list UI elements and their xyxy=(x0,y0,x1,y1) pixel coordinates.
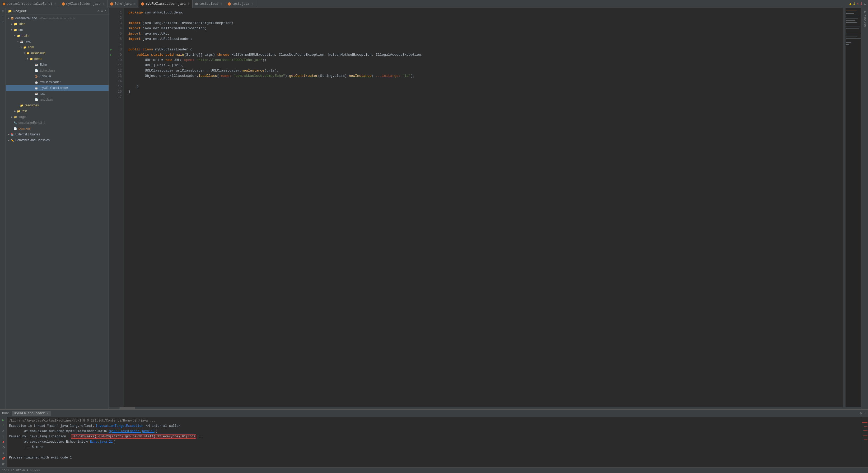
run-tab[interactable]: myURLClassLoader ✕ xyxy=(12,411,51,416)
tree-label-iml: deserialzeEcho.iml xyxy=(19,121,45,125)
tab-myclassloader[interactable]: myClassloader.java ✕ xyxy=(59,0,107,8)
run-console-output[interactable]: /Library/Java/JavaVirtualMachines/jdk1.8… xyxy=(7,417,860,467)
tree-item-target[interactable]: ▶ 📁 target xyxy=(6,114,108,120)
project-toolbar-icon-1[interactable]: ⚙ xyxy=(97,9,99,13)
tree-label-root: deserialzeEcho xyxy=(15,16,37,20)
svg-rect-4 xyxy=(846,20,855,21)
bottom-content: ▶ ↑ ⚙ ↓ ■ ⟲ ≡ 📌 🗑 /Library/Java/JavaVirt… xyxy=(0,417,868,467)
code-editor[interactable]: package com.akkacloud.demo; import java.… xyxy=(124,8,843,407)
status-text: 13:1 LF UTF-8 4 spaces xyxy=(2,469,40,472)
tree-item-test-folder[interactable]: ▶ 📁 test xyxy=(6,108,108,114)
error-mark-5 xyxy=(864,439,867,440)
structure-panel: Structure xyxy=(861,8,868,409)
project-toolbar-icon-3[interactable]: × xyxy=(104,9,106,13)
run-settings-icon[interactable]: ⚙ xyxy=(860,411,862,415)
tree-label-demo: demo xyxy=(34,57,42,61)
run-play-button[interactable]: ▶ xyxy=(1,418,6,422)
tree-item-scratches[interactable]: ▶ ✏️ Scratches and Consoles xyxy=(6,137,108,143)
tab-test-java[interactable]: test.java ✕ xyxy=(225,0,256,8)
tab-myclassloader-close[interactable]: ✕ xyxy=(103,2,104,5)
run-filter-icon[interactable]: ≡ xyxy=(1,451,6,455)
tree-item-idea[interactable]: ▶ 📁 .idea xyxy=(6,21,108,27)
tab-test-java-close[interactable]: ✕ xyxy=(251,2,253,5)
tree-item-resources[interactable]: 📁 resources xyxy=(6,102,108,108)
tab-myclassloader-label: myClassloader.java xyxy=(66,2,101,6)
tab-myurlclassloader-close[interactable]: ✕ xyxy=(188,2,190,5)
svg-rect-9 xyxy=(846,34,858,34)
at2-link[interactable]: Echo.java:21 xyxy=(90,440,113,444)
editor-area: ▶ ▶ 1 2 3 4 5 6 7 8 9 xyxy=(109,8,861,409)
svg-rect-12 xyxy=(846,42,851,43)
run-panel-header: Run: myURLClassLoader ✕ ⚙ — xyxy=(0,410,868,417)
test-folder-icon: 📁 xyxy=(17,109,21,113)
run-stop-icon[interactable]: ■ xyxy=(1,440,6,444)
left-icon-1[interactable]: ⊞ xyxy=(1,9,5,13)
echo-class-icon: 📄 xyxy=(34,68,38,73)
project-panel: 📁 Project ⚙ ≡ × ▼ 📦 deserialzeEcho ~/Dow… xyxy=(6,8,109,409)
exception-link[interactable]: InvocationTargetException xyxy=(96,424,143,428)
editor-vscroll[interactable] xyxy=(843,8,845,407)
tree-item-myclassloader[interactable]: ☕ myClassloader xyxy=(6,79,108,85)
run-minimize-icon[interactable]: — xyxy=(864,411,866,415)
code-line-3: import java.lang.reflect.InvocationTarge… xyxy=(128,21,838,26)
project-toolbar-icon-2[interactable]: ≡ xyxy=(101,9,103,13)
java-tab-icon-2 xyxy=(110,2,113,5)
editor-gutter: ▶ ▶ xyxy=(109,8,114,407)
run-tab-label: myURLClassLoader xyxy=(14,411,45,415)
tab-echo-java[interactable]: Echo.java ✕ xyxy=(107,0,139,8)
tree-item-test[interactable]: ☕ test xyxy=(6,91,108,97)
tree-item-pom[interactable]: 📄 pom.xml xyxy=(6,126,108,131)
svg-rect-8 xyxy=(846,32,861,32)
tab-echo-java-label: Echo.java xyxy=(115,2,132,6)
errors-count[interactable]: ✕ 1 xyxy=(857,2,863,6)
tab-pom-xml[interactable]: pom.xml (deserialzeEcho) ✕ xyxy=(0,0,59,8)
src-folder-icon: 📁 xyxy=(13,28,18,32)
tree-item-test-class[interactable]: 📄 test.class xyxy=(6,97,108,102)
tree-item-com[interactable]: ▼ 📁 com xyxy=(6,44,108,50)
tree-arrow-target: ▶ xyxy=(10,115,13,118)
run-down-icon[interactable]: ↓ xyxy=(1,435,6,439)
tab-test-class[interactable]: test.class ✕ xyxy=(192,0,225,8)
echo-jar-icon: 🗜 xyxy=(34,74,38,78)
code-line-17 xyxy=(128,95,838,100)
editor-hscroll[interactable] xyxy=(109,407,861,409)
tab-pom-xml-close[interactable]: ✕ xyxy=(55,2,56,5)
tree-item-root[interactable]: ▼ 📦 deserialzeEcho ~/Downloads/deserialz… xyxy=(6,15,108,21)
tree-item-echo-class[interactable]: 📄 Echo.class xyxy=(6,68,108,73)
resources-folder-icon: 📁 xyxy=(20,103,24,107)
run-settings-left-icon[interactable]: ⚙ xyxy=(1,429,6,433)
tree-item-myurlclassloader[interactable]: ☕ myURLClassLoader xyxy=(6,85,108,91)
run-up-icon[interactable]: ↑ xyxy=(1,424,6,428)
project-title: Project xyxy=(13,9,27,13)
tree-item-akkacloud[interactable]: ▼ 📁 akkacloud xyxy=(6,50,108,56)
tree-label-myurlclassloader: myURLClassLoader xyxy=(40,86,68,90)
run-wrap-icon[interactable]: ⟲ xyxy=(1,445,6,449)
java-tab-icon-3 xyxy=(141,2,144,5)
left-icon-3[interactable]: ⚙ xyxy=(1,20,5,24)
tree-item-demo[interactable]: ▼ 📁 demo xyxy=(6,56,108,62)
run-trash-icon[interactable]: 🗑 xyxy=(1,462,6,466)
left-icon-2[interactable]: ≡ xyxy=(1,14,5,19)
tree-item-java[interactable]: ▼ ☕ java xyxy=(6,38,108,44)
code-line-10: URL url = new URL( spec: "http://localho… xyxy=(128,58,838,63)
tree-item-echo[interactable]: ☕ Echo xyxy=(6,62,108,68)
at1-link[interactable]: myURLClassLoader.java:13 xyxy=(109,430,155,433)
tree-item-main[interactable]: ▼ 📁 main xyxy=(6,33,108,38)
idea-folder-icon: 📁 xyxy=(13,22,18,26)
tree-item-ext-libs[interactable]: ▶ 📚 External Libraries xyxy=(6,131,108,137)
tree-item-echo-jar[interactable]: 🗜 Echo.jar xyxy=(6,73,108,79)
run-tab-close-icon[interactable]: ✕ xyxy=(46,412,48,415)
tab-test-class-label: test.class xyxy=(199,2,218,6)
expand-icon[interactable]: ∧ xyxy=(864,2,866,6)
tree-item-iml[interactable]: 🔧 deserialzeEcho.iml xyxy=(6,120,108,126)
gutter-2 xyxy=(109,15,114,21)
run-pin-icon[interactable]: 📌 xyxy=(1,457,6,461)
tab-myurlclassloader[interactable]: myURLClassLoader.java ✕ xyxy=(138,0,192,8)
tree-item-src[interactable]: ▼ 📁 src xyxy=(6,27,108,33)
line-num-6: 6 xyxy=(114,36,124,42)
warnings-count[interactable]: ▲ 1 xyxy=(849,2,855,6)
line-num-7: 7 xyxy=(114,42,124,47)
tab-echo-java-close[interactable]: ✕ xyxy=(134,2,135,5)
tree-label-resources: resources xyxy=(25,103,39,107)
tab-test-class-close[interactable]: ✕ xyxy=(221,2,222,5)
